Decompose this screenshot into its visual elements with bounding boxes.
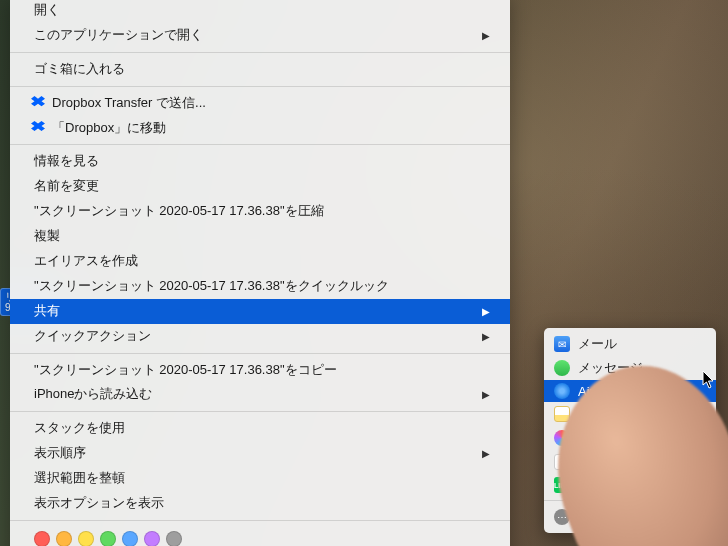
submenu-arrow-icon: ▶ — [482, 388, 490, 401]
menu-item-label: このアプリケーションで開く — [34, 27, 203, 44]
menu-item-label: 開く — [34, 2, 60, 19]
finder-context-menu: 開くこのアプリケーションで開く▶ゴミ箱に入れるDropbox Transfer … — [10, 0, 510, 546]
menu-item-label: "スクリーンショット 2020-05-17 17.36.38"をコピー — [34, 362, 337, 379]
menu-item-label: "スクリーンショット 2020-05-17 17.36.38"を圧縮 — [34, 203, 324, 220]
context-menu-item[interactable]: "スクリーンショット 2020-05-17 17.36.38"をコピー — [10, 358, 510, 383]
context-menu-item[interactable]: 開く — [10, 0, 510, 23]
context-menu-item[interactable]: スタックを使用 — [10, 416, 510, 441]
context-menu-item[interactable]: 表示順序▶ — [10, 441, 510, 466]
share-menu-item[interactable]: ✉メール — [544, 332, 716, 356]
context-menu-item[interactable]: "スクリーンショット 2020-05-17 17.36.38"をクイックルック — [10, 274, 510, 299]
menu-item-label: エイリアスを作成 — [34, 253, 138, 270]
context-menu-item[interactable]: ゴミ箱に入れる — [10, 57, 510, 82]
tag-color-dot[interactable] — [56, 531, 72, 546]
dropbox-icon — [30, 120, 46, 136]
submenu-arrow-icon: ▶ — [482, 305, 490, 318]
submenu-arrow-icon: ▶ — [482, 29, 490, 42]
menu-separator — [10, 144, 510, 145]
tag-color-dot[interactable] — [122, 531, 138, 546]
context-menu-item[interactable]: エイリアスを作成 — [10, 249, 510, 274]
submenu-arrow-icon: ▶ — [482, 330, 490, 343]
context-menu-item[interactable]: 共有▶ — [10, 299, 510, 324]
menu-separator — [10, 353, 510, 354]
tag-color-dot[interactable] — [100, 531, 116, 546]
menu-item-label: 「Dropbox」に移動 — [52, 120, 166, 137]
message-icon — [554, 360, 570, 376]
menu-item-label: 表示オプションを表示 — [34, 495, 164, 512]
context-menu-item[interactable]: このアプリケーションで開く▶ — [10, 23, 510, 48]
menu-item-label: 選択範囲を整頓 — [34, 470, 125, 487]
menu-item-label: ゴミ箱に入れる — [34, 61, 125, 78]
context-menu-item[interactable]: 「Dropbox」に移動 — [10, 116, 510, 141]
menu-item-label: 表示順序 — [34, 445, 86, 462]
menu-item-label: スタックを使用 — [34, 420, 125, 437]
context-menu-item[interactable]: 複製 — [10, 224, 510, 249]
share-item-label: メール — [578, 335, 617, 353]
menu-item-label: "スクリーンショット 2020-05-17 17.36.38"をクイックルック — [34, 278, 389, 295]
menu-separator — [10, 52, 510, 53]
context-menu-item[interactable]: クイックアクション▶ — [10, 324, 510, 349]
context-menu-item[interactable]: iPhoneから読み込む▶ — [10, 382, 510, 407]
context-menu-item[interactable]: 名前を変更 — [10, 174, 510, 199]
tag-color-row — [10, 525, 510, 546]
tag-color-dot[interactable] — [166, 531, 182, 546]
context-menu-item[interactable]: 表示オプションを表示 — [10, 491, 510, 516]
menu-separator — [10, 411, 510, 412]
submenu-arrow-icon: ▶ — [482, 447, 490, 460]
tag-color-dot[interactable] — [144, 531, 160, 546]
menu-item-label: 情報を見る — [34, 153, 99, 170]
menu-item-label: iPhoneから読み込む — [34, 386, 152, 403]
mail-icon: ✉ — [554, 336, 570, 352]
menu-item-label: 共有 — [34, 303, 60, 320]
menu-separator — [10, 520, 510, 521]
menu-separator — [10, 86, 510, 87]
context-menu-item[interactable]: 選択範囲を整頓 — [10, 466, 510, 491]
menu-item-label: 名前を変更 — [34, 178, 99, 195]
context-menu-item[interactable]: "スクリーンショット 2020-05-17 17.36.38"を圧縮 — [10, 199, 510, 224]
menu-item-label: Dropbox Transfer で送信... — [52, 95, 206, 112]
dropbox-icon — [30, 95, 46, 111]
context-menu-item[interactable]: Dropbox Transfer で送信... — [10, 91, 510, 116]
context-menu-item[interactable]: 情報を見る — [10, 149, 510, 174]
tag-color-dot[interactable] — [78, 531, 94, 546]
menu-item-label: クイックアクション — [34, 328, 151, 345]
airdrop-icon — [554, 383, 570, 399]
tag-color-dot[interactable] — [34, 531, 50, 546]
menu-item-label: 複製 — [34, 228, 60, 245]
